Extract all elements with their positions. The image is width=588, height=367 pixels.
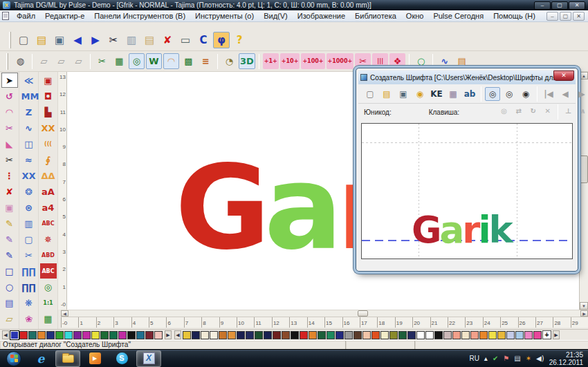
color-swatch[interactable] <box>228 331 236 339</box>
clipboard-tray-icon[interactable]: ▤ <box>514 355 520 362</box>
figure-tool-icon[interactable]: ❀ <box>21 311 37 326</box>
baseline-icon[interactable]: ⊥ <box>562 104 575 117</box>
color-swatch[interactable] <box>118 331 127 339</box>
ungroup-icon[interactable]: ▱ <box>71 53 86 69</box>
color-swatch[interactable] <box>127 331 136 339</box>
notes-icon[interactable]: ▱ <box>1 311 18 326</box>
scroll-right-icon[interactable]: ▶ <box>580 310 588 317</box>
group-icon[interactable]: ▱ <box>53 53 69 69</box>
back-icon[interactable]: ◀ <box>69 32 86 48</box>
color-swatch[interactable] <box>136 331 145 339</box>
pen-tool-icon[interactable]: ✎ <box>1 247 18 263</box>
color-swatch[interactable] <box>515 331 524 339</box>
color-swatch[interactable] <box>91 331 100 339</box>
color-swatch[interactable] <box>82 331 91 339</box>
new-font-icon[interactable]: ▢ <box>362 87 378 101</box>
color-swatch[interactable] <box>109 331 118 339</box>
menu-item[interactable]: Инструменты (о) <box>195 12 254 20</box>
vertical-scroll-thumb[interactable] <box>580 156 588 183</box>
font-properties-icon[interactable]: ◉ <box>412 87 428 101</box>
menu-item[interactable]: Файл <box>17 12 35 20</box>
delete-object-icon[interactable]: ✘ <box>1 184 18 199</box>
glyph-preview-canvas[interactable]: Garik <box>361 123 573 259</box>
zoom-in-icon[interactable]: ◎ <box>485 87 500 101</box>
restore-button[interactable]: ▢ <box>551 1 568 10</box>
menu-item[interactable]: Pulse Сегодня <box>433 12 484 20</box>
loop-icon[interactable]: ○ <box>413 53 429 69</box>
scroll-left-icon[interactable]: ◀ <box>61 310 68 317</box>
menu-item[interactable]: Редактир-е <box>45 12 84 20</box>
color-swatch[interactable] <box>183 331 191 339</box>
color-swatch[interactable] <box>336 331 344 339</box>
kerning-icon[interactable]: KE <box>429 87 444 101</box>
copy-icon[interactable]: ▥ <box>123 32 140 48</box>
palette2-scroll-left-icon[interactable]: ◀ <box>174 330 181 339</box>
cut-region-icon[interactable]: ✂ <box>21 247 37 263</box>
color-swatch[interactable] <box>398 331 407 339</box>
pattern-xx-icon[interactable]: XX <box>40 120 57 135</box>
paste-icon[interactable]: ▤ <box>141 32 158 48</box>
color-swatch[interactable] <box>273 331 281 339</box>
zoom-out-icon[interactable]: ◎ <box>502 87 517 101</box>
color-swatch[interactable] <box>73 331 82 339</box>
color-swatch[interactable] <box>353 331 362 339</box>
taskbar-clock[interactable]: 21:35 26.12.2011 <box>549 351 583 366</box>
open-font-icon[interactable]: ▤ <box>379 87 394 101</box>
color-swatch[interactable] <box>488 331 497 339</box>
step-thousand-icon[interactable]: +1000+ <box>327 53 354 69</box>
first-glyph-icon[interactable]: |◀ <box>541 87 556 101</box>
color-swatch[interactable] <box>389 331 398 339</box>
select-dome-tool-icon[interactable]: ◠ <box>1 104 18 120</box>
glyph-G[interactable]: G <box>412 209 440 251</box>
speed-gauge-icon[interactable]: ◔ <box>221 53 237 69</box>
dialog-close-button[interactable]: ✕ <box>553 70 574 81</box>
s-curve-stitch-icon[interactable]: ∿ <box>21 120 37 135</box>
palette2-scroll-right-icon[interactable]: ▶ <box>553 330 560 339</box>
save-document-icon[interactable]: ▣ <box>51 32 68 48</box>
magnifier-icon[interactable]: ◎ <box>129 53 145 69</box>
step-hundred-icon[interactable]: +100+ <box>301 53 324 69</box>
menu-item[interactable]: Вид(V) <box>264 12 288 20</box>
color-swatch[interactable] <box>192 331 200 339</box>
pointer-tool-icon[interactable]: ➤ <box>1 73 18 88</box>
thread-colors-icon[interactable]: ≡ <box>198 53 214 69</box>
color-swatch[interactable] <box>210 331 218 339</box>
scroll-up-icon[interactable]: ▲ <box>580 72 588 79</box>
color-swatch[interactable] <box>37 331 46 339</box>
mdi-close-button[interactable]: ✕ <box>573 12 585 21</box>
sewing-machine-icon[interactable]: ▙ <box>40 104 57 120</box>
taskbar-item-media-player[interactable]: ▶ <box>82 350 107 367</box>
app-titlebar[interactable]: X Tajima DG/ML by Pulse - Demo - [Gfrik … <box>0 0 588 10</box>
security-tray-icon[interactable]: ✔ <box>493 355 498 362</box>
horizontal-scrollbar[interactable]: ◀ ▶ <box>61 310 588 317</box>
forward-icon[interactable]: ▶ <box>87 32 104 48</box>
three-d-view-icon[interactable]: 3D <box>239 53 255 69</box>
toolbar-grip[interactable] <box>9 32 11 48</box>
color-swatch[interactable] <box>300 331 308 339</box>
print-icon[interactable]: ▭ <box>177 32 194 48</box>
updater-tray-icon[interactable]: ✶ <box>526 355 531 362</box>
menu-item[interactable]: Панели Инструментов (В) <box>94 12 185 20</box>
color-swatch[interactable] <box>452 331 461 339</box>
color-swatch[interactable] <box>309 331 317 339</box>
glyph-a[interactable]: a <box>264 140 336 276</box>
color-swatch[interactable] <box>154 331 163 339</box>
color-swatch[interactable] <box>461 331 470 339</box>
color-swatch[interactable] <box>219 331 227 339</box>
taskbar-item-tajima[interactable]: X <box>136 350 161 367</box>
fan-stitch-icon[interactable]: ≪ <box>21 73 37 88</box>
open-document-icon[interactable]: ▤ <box>33 32 50 48</box>
color-swatch[interactable] <box>237 331 245 339</box>
color-swatch[interactable] <box>255 331 263 339</box>
mesh-icon[interactable]: ▩ <box>181 53 196 69</box>
font-preview-lettering[interactable]: Garik <box>412 211 511 248</box>
color-swatch[interactable] <box>46 331 55 339</box>
glyph-r[interactable]: r <box>462 209 478 251</box>
knife-tool-icon[interactable]: ✂ <box>1 120 18 135</box>
taskbar-item-skype[interactable]: S <box>109 350 134 367</box>
font-creator-icon[interactable]: φ <box>213 32 230 48</box>
color-swatch[interactable] <box>479 331 488 339</box>
color-swatch[interactable] <box>318 331 326 339</box>
applique-icon[interactable]: ◘ <box>40 88 57 104</box>
color-swatch[interactable] <box>19 331 28 339</box>
